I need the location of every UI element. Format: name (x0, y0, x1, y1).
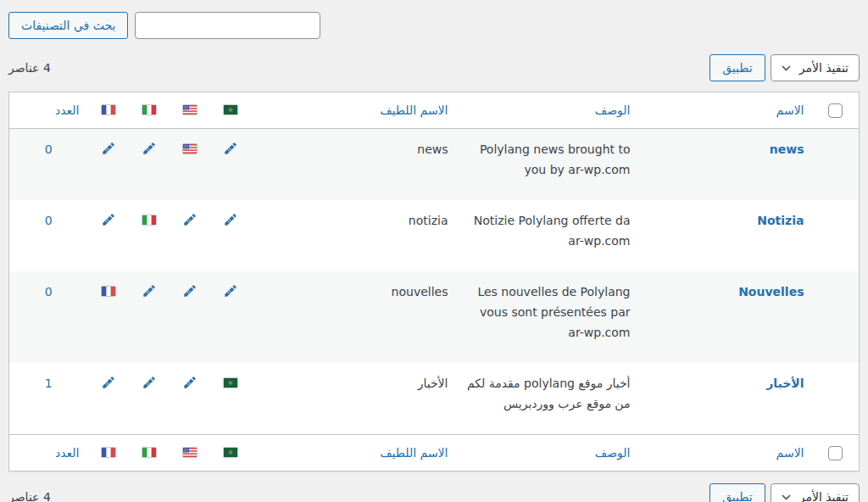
ar-flag-icon (224, 378, 237, 388)
translation-cell-it (129, 271, 170, 363)
table-row: news Polylang news brought to you by ar-… (9, 129, 860, 201)
row-checkbox-cell (813, 363, 860, 435)
fr-flag-icon (102, 287, 115, 296)
it-flag-icon (142, 215, 156, 225)
translation-cell-ar (210, 363, 251, 435)
categories-table: الاسم الوصف الاسم اللطيف العدد news Poly… (8, 92, 860, 471)
it-flag-icon (142, 448, 156, 457)
translation-cell-fr (88, 129, 129, 201)
us-flag-icon (183, 144, 197, 153)
edit-translation-pencil-icon[interactable] (101, 375, 116, 390)
category-count-link[interactable]: 0 (45, 285, 53, 298)
items-count: 4 عناصر (8, 61, 51, 75)
translation-cell-us (170, 271, 210, 363)
language-column-ar (210, 435, 251, 471)
us-flag-icon (183, 448, 197, 457)
translation-cell-fr (88, 271, 129, 363)
ar-flag-icon (224, 448, 237, 457)
translation-cell-fr (88, 363, 129, 435)
bulk-action-select[interactable]: تنفيذ الأمر (771, 483, 860, 502)
translation-cell-us (170, 129, 210, 201)
edit-translation-pencil-icon[interactable] (223, 283, 238, 298)
bulk-action-label: تنفيذ الأمر (799, 490, 849, 502)
edit-translation-pencil-icon[interactable] (101, 212, 116, 227)
language-column-fr (88, 92, 129, 129)
translation-cell-us (170, 200, 210, 271)
category-slug: الأخبار (251, 363, 457, 435)
edit-translation-pencil-icon[interactable] (142, 283, 157, 298)
edit-translation-pencil-icon[interactable] (101, 141, 116, 156)
translation-cell-it (129, 200, 170, 271)
it-flag-icon (142, 105, 156, 114)
search-box: بحث في التصنيفات (8, 12, 860, 39)
column-header-name[interactable]: الاسم (776, 103, 804, 117)
category-name-link[interactable]: Notizia (757, 214, 804, 227)
column-header-count[interactable]: العدد (55, 103, 80, 117)
category-description: Les nouvelles de Polylang vous sont prés… (457, 271, 639, 363)
table-row: الأخبار أخبار موقع polylang مقدمة لكم من… (9, 363, 860, 435)
language-column-fr (88, 435, 129, 471)
column-header-description[interactable]: الوصف (595, 103, 631, 117)
column-header-slug[interactable]: الاسم اللطيف (380, 446, 448, 460)
bulk-action-label: تنفيذ الأمر (799, 61, 849, 75)
row-checkbox-cell (813, 200, 860, 271)
column-header-description[interactable]: الوصف (595, 446, 631, 460)
edit-translation-pencil-icon[interactable] (182, 375, 198, 390)
edit-translation-pencil-icon[interactable] (182, 212, 198, 227)
language-column-ar (210, 92, 251, 129)
chevron-down-icon (782, 65, 791, 71)
category-count-link[interactable]: 1 (45, 376, 53, 390)
apply-button[interactable]: تطبيق (709, 483, 765, 502)
category-name-link[interactable]: news (770, 142, 804, 156)
column-header-name[interactable]: الاسم (776, 446, 804, 460)
translation-cell-fr (88, 200, 129, 271)
category-slug: news (251, 129, 457, 201)
items-count: 4 عناصر (8, 490, 51, 502)
search-categories-button[interactable]: بحث في التصنيفات (8, 12, 128, 39)
translation-cell-ar (210, 271, 251, 363)
category-name-link[interactable]: الأخبار (766, 376, 804, 390)
row-checkbox-cell (813, 271, 860, 363)
translation-cell-ar (210, 200, 251, 271)
column-header-count[interactable]: العدد (55, 446, 80, 460)
table-body: news Polylang news brought to you by ar-… (9, 129, 860, 435)
edit-translation-pencil-icon[interactable] (223, 212, 238, 227)
search-input[interactable] (135, 12, 320, 39)
category-description: أخبار موقع polylang مقدمة لكم من موقع عر… (457, 363, 639, 435)
language-column-us (170, 435, 210, 471)
edit-translation-pencil-icon[interactable] (142, 141, 157, 156)
bulk-actions-bottom: تنفيذ الأمر تطبيق (709, 483, 860, 502)
language-column-it (129, 92, 170, 129)
category-name-link[interactable]: Nouvelles (738, 285, 804, 298)
tablenav-top: تنفيذ الأمر تطبيق 4 عناصر (8, 54, 860, 81)
language-column-it (129, 435, 170, 471)
fr-flag-icon (102, 105, 115, 114)
category-description: Polylang news brought to you by ar-wp.co… (457, 129, 639, 201)
language-column-us (170, 92, 210, 129)
select-all-checkbox[interactable] (828, 446, 843, 460)
edit-translation-pencil-icon[interactable] (182, 283, 198, 298)
apply-button[interactable]: تطبيق (709, 54, 765, 81)
category-description: Notizie Polylang offerte da ar-wp.com (457, 200, 639, 271)
category-count-link[interactable]: 0 (45, 214, 53, 227)
bulk-action-select[interactable]: تنفيذ الأمر (771, 54, 860, 81)
fr-flag-icon (102, 448, 115, 457)
tablenav-bottom: تنفيذ الأمر تطبيق 4 عناصر (8, 483, 860, 502)
edit-translation-pencil-icon[interactable] (142, 375, 157, 390)
bulk-actions-top: تنفيذ الأمر تطبيق (709, 54, 860, 81)
translation-cell-it (129, 129, 170, 201)
categories-admin-page: بحث في التصنيفات تنفيذ الأمر تطبيق 4 عنا… (0, 0, 868, 502)
select-all-checkbox[interactable] (828, 103, 843, 118)
table-header-row: الاسم الوصف الاسم اللطيف العدد (9, 92, 860, 129)
ar-flag-icon (224, 105, 237, 114)
table-row: Notizia Notizie Polylang offerte da ar-w… (9, 200, 860, 271)
chevron-down-icon (782, 494, 791, 500)
row-checkbox-cell (813, 129, 860, 201)
us-flag-icon (183, 105, 197, 114)
translation-cell-ar (210, 129, 251, 201)
edit-translation-pencil-icon[interactable] (223, 141, 238, 156)
category-count-link[interactable]: 0 (45, 142, 53, 156)
column-header-slug[interactable]: الاسم اللطيف (380, 103, 448, 117)
table-footer-row: الاسم الوصف الاسم اللطيف العدد (9, 435, 860, 471)
table-row: Nouvelles Les nouvelles de Polylang vous… (9, 271, 860, 363)
